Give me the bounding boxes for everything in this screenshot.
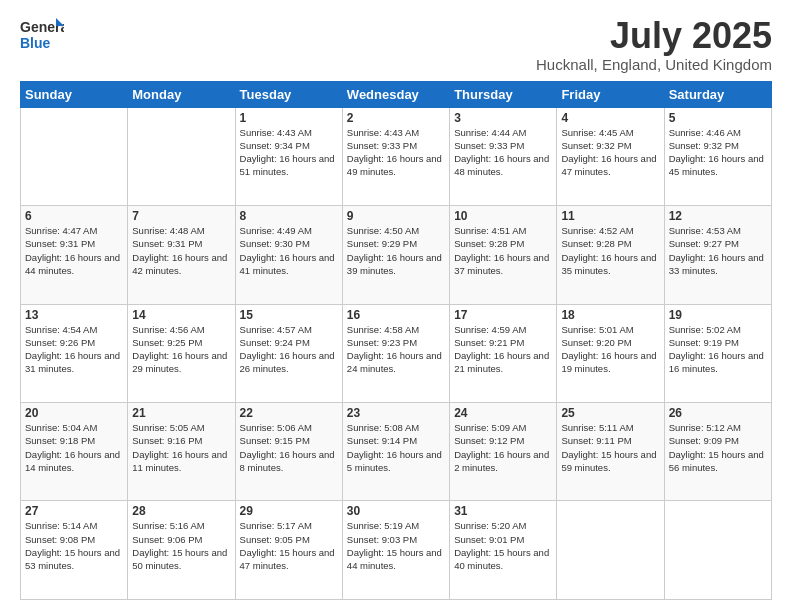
day-info: Sunrise: 5:14 AM Sunset: 9:08 PM Dayligh… — [25, 519, 123, 572]
day-info: Sunrise: 4:50 AM Sunset: 9:29 PM Dayligh… — [347, 224, 445, 277]
calendar-cell: 26Sunrise: 5:12 AM Sunset: 9:09 PM Dayli… — [664, 403, 771, 501]
calendar-week-row: 20Sunrise: 5:04 AM Sunset: 9:18 PM Dayli… — [21, 403, 772, 501]
calendar-week-row: 13Sunrise: 4:54 AM Sunset: 9:26 PM Dayli… — [21, 304, 772, 402]
day-info: Sunrise: 5:09 AM Sunset: 9:12 PM Dayligh… — [454, 421, 552, 474]
month-title: July 2025 — [536, 16, 772, 56]
day-number: 1 — [240, 111, 338, 125]
calendar-cell: 19Sunrise: 5:02 AM Sunset: 9:19 PM Dayli… — [664, 304, 771, 402]
day-info: Sunrise: 5:01 AM Sunset: 9:20 PM Dayligh… — [561, 323, 659, 376]
day-info: Sunrise: 5:08 AM Sunset: 9:14 PM Dayligh… — [347, 421, 445, 474]
day-info: Sunrise: 5:12 AM Sunset: 9:09 PM Dayligh… — [669, 421, 767, 474]
calendar-cell: 15Sunrise: 4:57 AM Sunset: 9:24 PM Dayli… — [235, 304, 342, 402]
logo: General Blue — [20, 16, 64, 56]
day-number: 3 — [454, 111, 552, 125]
calendar-header-row: SundayMondayTuesdayWednesdayThursdayFrid… — [21, 81, 772, 107]
logo-svg: General Blue — [20, 16, 64, 56]
day-number: 12 — [669, 209, 767, 223]
calendar-cell: 8Sunrise: 4:49 AM Sunset: 9:30 PM Daylig… — [235, 206, 342, 304]
day-number: 7 — [132, 209, 230, 223]
day-info: Sunrise: 4:59 AM Sunset: 9:21 PM Dayligh… — [454, 323, 552, 376]
day-number: 25 — [561, 406, 659, 420]
day-number: 6 — [25, 209, 123, 223]
calendar-cell: 3Sunrise: 4:44 AM Sunset: 9:33 PM Daylig… — [450, 107, 557, 205]
calendar-cell — [664, 501, 771, 600]
day-number: 16 — [347, 308, 445, 322]
calendar-cell: 11Sunrise: 4:52 AM Sunset: 9:28 PM Dayli… — [557, 206, 664, 304]
weekday-header: Friday — [557, 81, 664, 107]
day-number: 14 — [132, 308, 230, 322]
day-info: Sunrise: 4:57 AM Sunset: 9:24 PM Dayligh… — [240, 323, 338, 376]
calendar-week-row: 1Sunrise: 4:43 AM Sunset: 9:34 PM Daylig… — [21, 107, 772, 205]
day-info: Sunrise: 5:17 AM Sunset: 9:05 PM Dayligh… — [240, 519, 338, 572]
day-info: Sunrise: 4:43 AM Sunset: 9:33 PM Dayligh… — [347, 126, 445, 179]
day-number: 11 — [561, 209, 659, 223]
calendar-cell: 20Sunrise: 5:04 AM Sunset: 9:18 PM Dayli… — [21, 403, 128, 501]
day-number: 30 — [347, 504, 445, 518]
calendar-cell: 12Sunrise: 4:53 AM Sunset: 9:27 PM Dayli… — [664, 206, 771, 304]
day-info: Sunrise: 4:49 AM Sunset: 9:30 PM Dayligh… — [240, 224, 338, 277]
calendar-cell: 6Sunrise: 4:47 AM Sunset: 9:31 PM Daylig… — [21, 206, 128, 304]
day-number: 22 — [240, 406, 338, 420]
calendar-week-row: 27Sunrise: 5:14 AM Sunset: 9:08 PM Dayli… — [21, 501, 772, 600]
day-number: 13 — [25, 308, 123, 322]
calendar-cell: 29Sunrise: 5:17 AM Sunset: 9:05 PM Dayli… — [235, 501, 342, 600]
calendar-cell — [128, 107, 235, 205]
day-number: 8 — [240, 209, 338, 223]
weekday-header: Wednesday — [342, 81, 449, 107]
weekday-header: Saturday — [664, 81, 771, 107]
page: General Blue July 2025 Hucknall, England… — [0, 0, 792, 612]
calendar-cell — [21, 107, 128, 205]
calendar-cell: 28Sunrise: 5:16 AM Sunset: 9:06 PM Dayli… — [128, 501, 235, 600]
calendar-cell — [557, 501, 664, 600]
day-number: 23 — [347, 406, 445, 420]
calendar-cell: 14Sunrise: 4:56 AM Sunset: 9:25 PM Dayli… — [128, 304, 235, 402]
calendar-cell: 2Sunrise: 4:43 AM Sunset: 9:33 PM Daylig… — [342, 107, 449, 205]
calendar-cell: 18Sunrise: 5:01 AM Sunset: 9:20 PM Dayli… — [557, 304, 664, 402]
day-number: 2 — [347, 111, 445, 125]
calendar-cell: 25Sunrise: 5:11 AM Sunset: 9:11 PM Dayli… — [557, 403, 664, 501]
calendar-cell: 5Sunrise: 4:46 AM Sunset: 9:32 PM Daylig… — [664, 107, 771, 205]
calendar-table: SundayMondayTuesdayWednesdayThursdayFrid… — [20, 81, 772, 600]
day-info: Sunrise: 5:19 AM Sunset: 9:03 PM Dayligh… — [347, 519, 445, 572]
day-info: Sunrise: 5:11 AM Sunset: 9:11 PM Dayligh… — [561, 421, 659, 474]
day-info: Sunrise: 5:05 AM Sunset: 9:16 PM Dayligh… — [132, 421, 230, 474]
calendar-cell: 9Sunrise: 4:50 AM Sunset: 9:29 PM Daylig… — [342, 206, 449, 304]
calendar-cell: 24Sunrise: 5:09 AM Sunset: 9:12 PM Dayli… — [450, 403, 557, 501]
calendar-cell: 13Sunrise: 4:54 AM Sunset: 9:26 PM Dayli… — [21, 304, 128, 402]
calendar-cell: 22Sunrise: 5:06 AM Sunset: 9:15 PM Dayli… — [235, 403, 342, 501]
day-number: 28 — [132, 504, 230, 518]
day-number: 26 — [669, 406, 767, 420]
location: Hucknall, England, United Kingdom — [536, 56, 772, 73]
calendar-cell: 17Sunrise: 4:59 AM Sunset: 9:21 PM Dayli… — [450, 304, 557, 402]
calendar-week-row: 6Sunrise: 4:47 AM Sunset: 9:31 PM Daylig… — [21, 206, 772, 304]
header: General Blue July 2025 Hucknall, England… — [20, 16, 772, 73]
calendar-cell: 27Sunrise: 5:14 AM Sunset: 9:08 PM Dayli… — [21, 501, 128, 600]
day-info: Sunrise: 4:54 AM Sunset: 9:26 PM Dayligh… — [25, 323, 123, 376]
day-info: Sunrise: 4:47 AM Sunset: 9:31 PM Dayligh… — [25, 224, 123, 277]
day-number: 4 — [561, 111, 659, 125]
day-info: Sunrise: 4:45 AM Sunset: 9:32 PM Dayligh… — [561, 126, 659, 179]
day-info: Sunrise: 5:16 AM Sunset: 9:06 PM Dayligh… — [132, 519, 230, 572]
day-info: Sunrise: 4:52 AM Sunset: 9:28 PM Dayligh… — [561, 224, 659, 277]
day-number: 24 — [454, 406, 552, 420]
day-info: Sunrise: 5:04 AM Sunset: 9:18 PM Dayligh… — [25, 421, 123, 474]
day-number: 29 — [240, 504, 338, 518]
day-info: Sunrise: 4:51 AM Sunset: 9:28 PM Dayligh… — [454, 224, 552, 277]
day-info: Sunrise: 5:02 AM Sunset: 9:19 PM Dayligh… — [669, 323, 767, 376]
day-number: 10 — [454, 209, 552, 223]
day-number: 20 — [25, 406, 123, 420]
day-number: 17 — [454, 308, 552, 322]
calendar-cell: 4Sunrise: 4:45 AM Sunset: 9:32 PM Daylig… — [557, 107, 664, 205]
weekday-header: Monday — [128, 81, 235, 107]
day-info: Sunrise: 4:58 AM Sunset: 9:23 PM Dayligh… — [347, 323, 445, 376]
day-number: 18 — [561, 308, 659, 322]
day-info: Sunrise: 4:46 AM Sunset: 9:32 PM Dayligh… — [669, 126, 767, 179]
calendar-cell: 31Sunrise: 5:20 AM Sunset: 9:01 PM Dayli… — [450, 501, 557, 600]
day-info: Sunrise: 4:53 AM Sunset: 9:27 PM Dayligh… — [669, 224, 767, 277]
day-number: 21 — [132, 406, 230, 420]
day-info: Sunrise: 4:43 AM Sunset: 9:34 PM Dayligh… — [240, 126, 338, 179]
day-info: Sunrise: 5:20 AM Sunset: 9:01 PM Dayligh… — [454, 519, 552, 572]
day-number: 9 — [347, 209, 445, 223]
day-info: Sunrise: 4:56 AM Sunset: 9:25 PM Dayligh… — [132, 323, 230, 376]
day-number: 15 — [240, 308, 338, 322]
